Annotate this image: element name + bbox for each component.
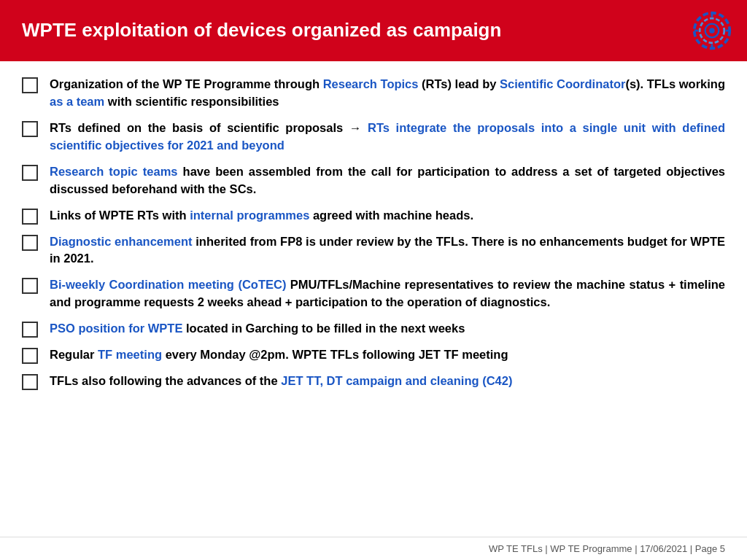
- checkbox-icon: [22, 278, 38, 294]
- checkbox-icon: [22, 77, 38, 93]
- bullet-text-part: every Monday @2pm. WPTE TFLs following J…: [162, 348, 508, 361]
- bullet-text-part: located in Garching to be filled in the …: [182, 322, 465, 335]
- bullet-text-part: Organization of the WP TE Programme thro…: [50, 77, 323, 90]
- bullet-text: TFLs also following the advances of the …: [50, 373, 725, 390]
- bullet-text: Bi-weekly Coordination meeting (CoTEC) P…: [50, 276, 725, 311]
- bullet-text: Links of WPTE RTs with internal programm…: [50, 207, 725, 225]
- bullet-text-part: Diagnostic enhancement: [50, 235, 192, 248]
- bullet-text-part: TF meeting: [98, 348, 162, 361]
- bullet-text-part: TFLs also following the advances of the: [50, 374, 281, 387]
- checkbox-icon: [22, 121, 38, 137]
- bullet-text: RTs defined on the basis of scientific p…: [50, 120, 725, 155]
- svg-point-3: [709, 28, 714, 33]
- bullet-item: Diagnostic enhancement inherited from FP…: [22, 233, 725, 268]
- bullet-item: RTs defined on the basis of scientific p…: [22, 120, 725, 155]
- bullet-text: Regular TF meeting every Monday @2pm. WP…: [50, 346, 725, 364]
- bullet-text-part: internal programmes: [190, 209, 309, 222]
- logo-icon: [692, 10, 732, 51]
- bullet-text-part: (s). TFLs working: [625, 77, 725, 90]
- bullet-item: TFLs also following the advances of the …: [22, 373, 725, 390]
- checkbox-icon: [22, 348, 38, 364]
- slide-header: WPTE exploitation of devices organized a…: [0, 0, 747, 61]
- footer-text: WP TE TFLs | WP TE Programme | 17/06/202…: [489, 543, 725, 554]
- bullet-item: Links of WPTE RTs with internal programm…: [22, 207, 725, 225]
- bullet-text-part: (RTs) lead by: [418, 77, 500, 90]
- bullet-item: PSO position for WPTE located in Garchin…: [22, 320, 725, 338]
- checkbox-icon: [22, 235, 38, 251]
- bullet-text-part: Regular: [50, 348, 98, 361]
- checkbox-icon: [22, 165, 38, 181]
- bullet-text-part: Bi-weekly Coordination meeting (CoTEC): [50, 278, 286, 291]
- bullet-text-part: PSO position for WPTE: [50, 322, 182, 335]
- checkbox-icon: [22, 322, 38, 338]
- slide-content: Organization of the WP TE Programme thro…: [0, 61, 747, 537]
- bullet-text-part: Links of WPTE RTs with: [50, 209, 190, 222]
- bullet-text-part: Research topic teams: [50, 165, 178, 178]
- bullet-text: PSO position for WPTE located in Garchin…: [50, 320, 725, 338]
- bullet-text-part: with scientific responsibilities: [104, 95, 279, 108]
- bullet-item: Regular TF meeting every Monday @2pm. WP…: [22, 346, 725, 364]
- bullet-text: Organization of the WP TE Programme thro…: [50, 76, 725, 111]
- bullet-text-part: RTs defined on the basis of scientific p…: [50, 121, 368, 134]
- checkbox-icon: [22, 374, 38, 390]
- bullet-text: Research topic teams have been assembled…: [50, 163, 725, 198]
- bullet-text-part: JET TT, DT campaign and cleaning (C42): [281, 374, 512, 387]
- bullet-text-part: Research Topics: [323, 77, 419, 90]
- bullet-text-part: Scientific Coordinator: [500, 77, 625, 90]
- bullet-text: Diagnostic enhancement inherited from FP…: [50, 233, 725, 268]
- bullet-item: Organization of the WP TE Programme thro…: [22, 76, 725, 111]
- bullet-item: Research topic teams have been assembled…: [22, 163, 725, 198]
- slide-footer: WP TE TFLs | WP TE Programme | 17/06/202…: [0, 537, 747, 560]
- bullet-text-part: as a team: [50, 95, 104, 108]
- checkbox-icon: [22, 209, 38, 225]
- bullet-text-part: agreed with machine heads.: [309, 209, 473, 222]
- bullet-item: Bi-weekly Coordination meeting (CoTEC) P…: [22, 276, 725, 311]
- slide: WPTE exploitation of devices organized a…: [0, 0, 747, 560]
- slide-title: WPTE exploitation of devices organized a…: [22, 19, 501, 42]
